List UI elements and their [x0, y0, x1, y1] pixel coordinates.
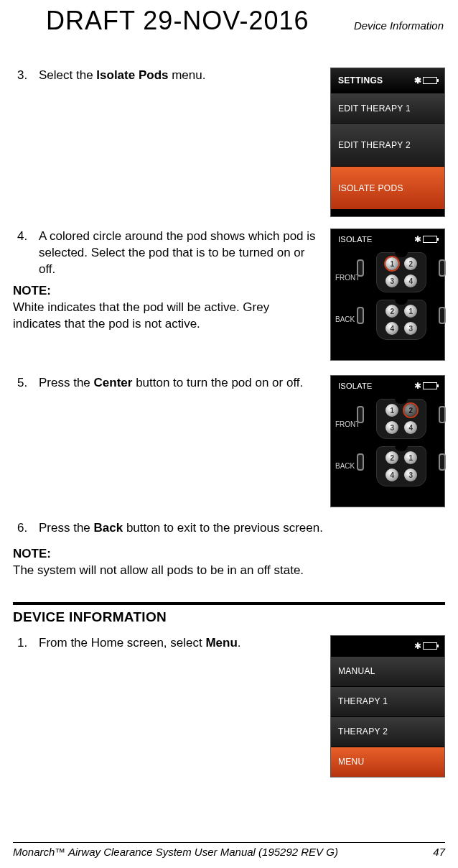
status-icons: ✱	[414, 75, 437, 86]
screen-title: SETTINGS	[338, 75, 383, 86]
device-screenshot-menu: ✱ MANUAL THERAPY 1 THERAPY 2 MENU	[330, 635, 445, 777]
pod-icon: 3	[385, 274, 398, 287]
vest-back: 2 1 4 3	[363, 446, 440, 491]
pod-icon: 1	[385, 257, 398, 270]
pod-icon: 2	[404, 257, 417, 270]
bluetooth-icon: ✱	[414, 75, 421, 86]
section-title: DEVICE INFORMATION	[13, 609, 445, 625]
screen-title-bar: ISOLATE ✱	[331, 229, 444, 249]
device-screenshot-isolate-2: ISOLATE ✱ FRONT BACK 1 2 3	[330, 375, 445, 507]
screen-title: ISOLATE	[338, 382, 373, 390]
section-rule	[13, 602, 445, 605]
pod-icon: 1	[404, 451, 417, 464]
battery-icon	[423, 382, 437, 389]
pod-icon: 2	[385, 305, 398, 318]
text-fragment: menu.	[168, 68, 205, 82]
step-4: 4. A colored circle around the pod shows…	[13, 228, 317, 278]
step-2-1: 1. From the Home screen, select Menu.	[13, 635, 317, 652]
screen-title-bar: ISOLATE ✱	[331, 376, 444, 396]
text-fragment: Select the	[39, 68, 96, 82]
text-fragment: Press the	[39, 376, 94, 389]
pod-icon: 1	[385, 404, 398, 417]
page-number: 47	[433, 846, 445, 858]
bold-term: Back	[94, 521, 123, 535]
vest-front: 1 2 3 4	[363, 399, 440, 443]
text-fragment: .	[238, 636, 241, 650]
back-label: BACK	[335, 315, 360, 323]
step-num: 6.	[13, 520, 27, 537]
note-text: White indicates that the pod will be act…	[13, 300, 317, 333]
pod-icon: 1	[404, 305, 417, 318]
pod-icon: 3	[404, 322, 417, 335]
screen-title: ISOLATE	[338, 235, 373, 244]
front-label: FRONT	[335, 274, 360, 282]
draft-watermark: DRAFT 29-NOV-2016	[46, 6, 309, 36]
menu-item: EDIT THERAPY 2	[331, 123, 444, 166]
step-text: From the Home screen, select Menu.	[39, 635, 241, 652]
pod-icon: 4	[385, 322, 398, 335]
menu-item-selected: MENU	[331, 747, 444, 777]
device-screenshot-settings: SETTINGS ✱ EDIT THERAPY 1 EDIT THERAPY 2…	[330, 68, 445, 217]
menu-item: MANUAL	[331, 656, 444, 686]
bluetooth-icon: ✱	[414, 234, 421, 244]
page-footer: Monarch™ Airway Clearance System User Ma…	[13, 842, 445, 858]
text-fragment: Press the	[39, 521, 94, 535]
note-text: The system will not allow all pods to be…	[13, 563, 445, 579]
step-text: Select the Isolate Pods menu.	[39, 68, 205, 84]
pod-icon: 4	[404, 274, 417, 287]
text-fragment: From the Home screen, select	[39, 636, 205, 650]
bluetooth-icon: ✱	[414, 641, 421, 651]
screen-title-bar: SETTINGS ✱	[331, 68, 444, 93]
vest-front: 1 2 3 4	[363, 252, 440, 297]
step-num: 3.	[13, 68, 27, 84]
pod-icon: 3	[404, 468, 417, 481]
text-fragment: button to turn the pod on or off.	[132, 376, 303, 389]
front-label: FRONT	[335, 420, 360, 428]
status-icons: ✱	[414, 381, 437, 391]
back-label: BACK	[335, 462, 360, 470]
step-6: 6. Press the Back button to exit to the …	[13, 520, 445, 537]
menu-item-selected: ISOLATE PODS	[331, 166, 444, 209]
step-text: A colored circle around the pod shows wh…	[39, 228, 317, 278]
vest-back: 2 1 4 3	[363, 300, 440, 344]
step-3: 3. Select the Isolate Pods menu.	[13, 68, 317, 84]
step-text: Press the Back button to exit to the pre…	[39, 520, 323, 537]
pod-icon: 3	[385, 421, 398, 434]
note-label: NOTE:	[13, 547, 445, 561]
step-num: 5.	[13, 375, 27, 392]
status-icons: ✱	[414, 234, 437, 244]
battery-icon	[423, 642, 437, 650]
step-num: 4.	[13, 228, 27, 278]
pod-icon: 2	[404, 404, 417, 417]
pod-icon: 4	[385, 468, 398, 481]
screen-title-bar: ✱	[331, 636, 444, 656]
step-text: Press the Center button to turn the pod …	[39, 375, 303, 392]
note-label: NOTE:	[13, 284, 317, 298]
bold-term: Isolate Pods	[96, 68, 168, 82]
status-icons: ✱	[414, 641, 437, 651]
menu-item: THERAPY 1	[331, 686, 444, 716]
battery-icon	[423, 77, 437, 84]
menu-item: EDIT THERAPY 1	[331, 93, 444, 123]
text-fragment: button to exit to the previous screen.	[123, 521, 323, 535]
step-5: 5. Press the Center button to turn the p…	[13, 375, 317, 392]
bold-term: Center	[94, 376, 133, 389]
device-screenshot-isolate-1: ISOLATE ✱ FRONT BACK 1 2 3	[330, 228, 445, 361]
pod-icon: 2	[385, 451, 398, 464]
step-num: 1.	[13, 635, 27, 652]
bluetooth-icon: ✱	[414, 381, 421, 391]
menu-item: THERAPY 2	[331, 716, 444, 747]
bold-term: Menu	[205, 636, 237, 650]
footer-text: Monarch™ Airway Clearance System User Ma…	[13, 846, 338, 858]
battery-icon	[423, 236, 437, 243]
pod-icon: 4	[404, 421, 417, 434]
section-header: Device Information	[354, 19, 445, 32]
